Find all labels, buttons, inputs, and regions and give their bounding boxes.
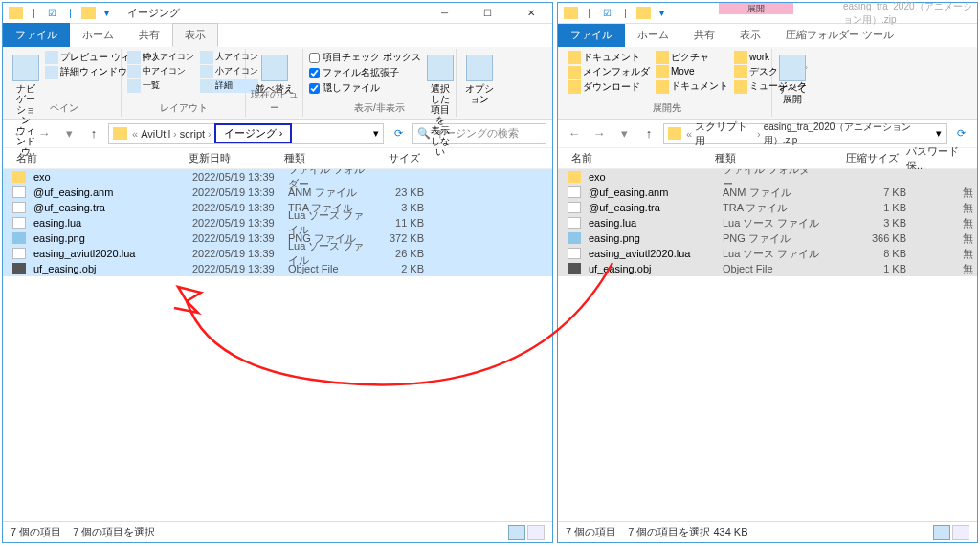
properties-icon[interactable]: ☑ [600,6,614,20]
file-name: uf_easing.obj [585,263,719,274]
layout-list[interactable]: 一覧 [127,79,194,93]
folder-icon[interactable] [81,7,96,19]
file-date: 2022/05/19 13:39 [189,171,284,183]
col-date[interactable]: 更新日時 [185,151,280,165]
forward-button[interactable]: → [589,123,610,144]
ribbon: ナビゲーション ウィンドウ プレビュー ウィンドウ 詳細ウィンドウ ペイン 特大… [3,47,552,120]
folder-icon [113,127,127,140]
file-compressed-size: 7 KB [824,186,910,198]
file-icon [12,202,26,213]
file-list[interactable]: exo 2022/05/19 13:39 ファイル フォルダー @uf_easi… [3,169,552,521]
tab-file[interactable]: ファイル [558,23,625,47]
file-icon [12,248,26,259]
shortcut-download[interactable]: ダウンロード [568,80,650,94]
folder-icon [668,127,681,140]
details-view-icon[interactable] [508,525,525,540]
back-button[interactable]: ← [564,123,585,144]
chevron-right-icon[interactable]: « [685,128,693,140]
file-row[interactable]: @uf_easing.anm 2022/05/19 13:39 ANM ファイル… [3,185,552,200]
tab-share[interactable]: 共有 [126,23,172,47]
options-button[interactable]: オプション [462,51,497,104]
dropdown-icon[interactable]: ▾ [655,6,669,20]
file-row[interactable]: easing.png 2022/05/19 13:39 PNG ファイル 372… [3,230,552,246]
file-name: @uf_easing.tra [30,202,189,213]
folder-icon[interactable] [636,7,651,19]
layout-m[interactable]: 中アイコン [127,65,194,78]
file-password: 無 [910,201,977,215]
file-compressed-size: 3 KB [824,217,910,229]
file-row[interactable]: easing_aviutl2020.lua 2022/05/19 13:39 L… [3,246,552,261]
breadcrumb-item[interactable]: AviUtil [139,128,172,140]
col-type[interactable]: 種類 [711,151,816,165]
properties-icon[interactable]: ☑ [45,6,59,20]
tab-home[interactable]: ホーム [625,23,681,47]
recent-dropdown[interactable]: ▾ [613,123,635,144]
breadcrumb-item[interactable]: script [178,128,207,140]
file-row[interactable]: uf_easing.obj Object File 1 KB 無 [558,261,977,276]
file-ext-checkbox[interactable]: ファイル名拡張子 [309,66,421,79]
tab-home[interactable]: ホーム [70,23,126,47]
qat-separator: | [27,6,41,20]
file-row[interactable]: exo ファイル フォルダー [558,169,977,185]
file-name: @uf_easing.anm [30,186,189,198]
tab-view[interactable]: 表示 [727,23,773,47]
refresh-button[interactable]: ⟳ [950,127,971,140]
chevron-right-icon[interactable]: « [131,128,139,140]
address-dropdown[interactable]: ▾ [373,127,379,140]
file-row[interactable]: easing.lua 2022/05/19 13:39 Lua ソース ファイル… [3,215,552,230]
address-dropdown[interactable]: ▾ [936,127,942,140]
shortcut-documents2[interactable]: ドキュメント [656,79,728,93]
maximize-button[interactable]: ☐ [466,3,509,24]
file-type: ANM ファイル [719,186,824,200]
address-bar[interactable]: « スクリプト用 › easing_tra_2020（アニメーション用）.zip… [663,123,947,144]
file-row[interactable]: @uf_easing.anm ANM ファイル 7 KB 無 [558,185,977,200]
file-list[interactable]: exo ファイル フォルダー @uf_easing.anm ANM ファイル 7… [558,169,977,521]
titlebar[interactable]: | ☑ | ▾ 展開 easing_tra_2020（アニメーション用）.zip [558,3,977,24]
png-icon [12,232,26,244]
item-checkboxes-checkbox[interactable]: 項目チェック ボックス [309,51,421,64]
hidden-files-checkbox[interactable]: 隠しファイル [309,81,421,95]
col-name[interactable]: 名前 [568,151,711,165]
file-row[interactable]: easing_aviutl2020.lua Lua ソース ファイル 8 KB … [558,246,977,261]
file-row[interactable]: @uf_easing.tra 2022/05/19 13:39 TRA ファイル… [3,200,552,215]
options-icon [466,55,493,81]
breadcrumb-item[interactable]: スクリプト用 [693,120,756,148]
layout-xl[interactable]: 特大アイコン [127,51,194,64]
titlebar[interactable]: | ☑ | ▾ イージング ─ ☐ ✕ [3,3,552,24]
details-view-icon[interactable] [933,525,950,540]
large-icons-view-icon[interactable] [952,525,969,540]
col-password[interactable]: パスワード保... [902,144,969,173]
file-row[interactable]: easing.lua Lua ソース ファイル 3 KB 無 [558,215,977,230]
column-headers[interactable]: 名前 種類 圧縮サイズ パスワード保... [558,148,977,169]
file-row[interactable]: @uf_easing.tra TRA ファイル 1 KB 無 [558,200,977,215]
extract-all-button[interactable]: すべて 展開 [778,51,807,104]
tab-file[interactable]: ファイル [3,23,70,47]
shortcut-mainfolder[interactable]: メインフォルダ [568,65,650,78]
dropdown-icon[interactable]: ▾ [100,6,114,20]
file-name: easing.png [585,232,719,244]
file-row[interactable]: uf_easing.obj 2022/05/19 13:39 Object Fi… [3,261,552,276]
shortcut-pictures[interactable]: ピクチャ [656,51,728,64]
tab-view[interactable]: 表示 [172,23,218,47]
selected-count: 7 個の項目を選択 434 KB [628,525,747,539]
file-name: @uf_easing.tra [585,202,719,213]
file-row[interactable]: easing.png PNG ファイル 366 KB 無 [558,230,977,246]
breadcrumb-item[interactable]: easing_tra_2020（アニメーション用）.zip [762,120,936,147]
up-button[interactable]: ↑ [638,123,659,144]
shortcut-documents[interactable]: ドキュメント [568,51,650,64]
file-icon [568,186,581,198]
file-row[interactable]: exo 2022/05/19 13:39 ファイル フォルダー [3,169,552,185]
address-bar[interactable]: « AviUtil › script › イージング › ▾ [108,123,384,144]
col-compressed-size[interactable]: 圧縮サイズ [816,151,902,165]
breadcrumb-current[interactable]: イージング › [214,123,293,143]
file-compressed-size: 366 KB [824,232,910,244]
large-icons-view-icon[interactable] [527,525,545,540]
tab-share[interactable]: 共有 [681,23,727,47]
shortcut-move[interactable]: Move [656,65,728,78]
folder-icon [9,7,23,19]
close-button[interactable]: ✕ [509,3,552,24]
ribbon-group-label: 現在のビュー [246,88,302,115]
file-password: 無 [910,247,977,261]
chevron-right-icon[interactable]: › [207,128,212,140]
minimize-button[interactable]: ─ [423,3,466,24]
